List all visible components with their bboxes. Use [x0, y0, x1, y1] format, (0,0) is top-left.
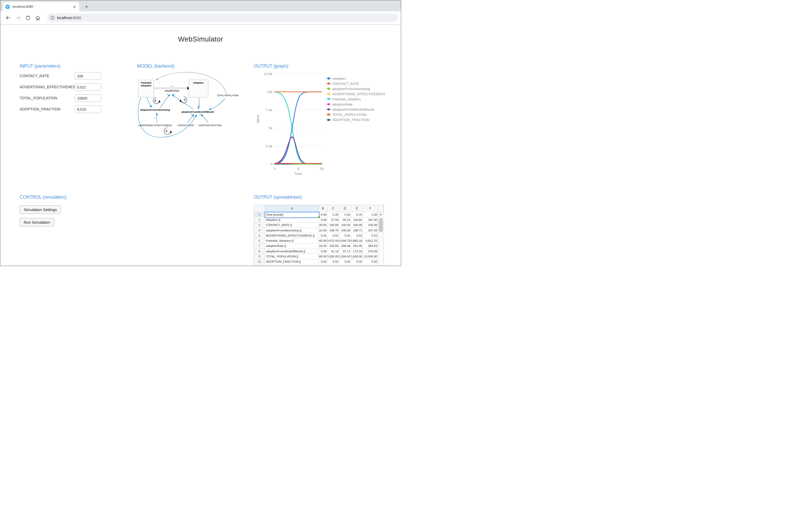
cell-value[interactable]: 0.01 [351, 233, 363, 238]
column-header-A[interactable]: A [265, 205, 319, 212]
back-icon[interactable] [3, 13, 13, 22]
cell-value[interactable]: 0.02 [351, 259, 363, 264]
cell-value[interactable]: 173.19 [351, 249, 363, 254]
cell-value[interactable]: 206.46 [339, 244, 351, 249]
cell-value[interactable]: 10,000.00 [339, 254, 351, 259]
cell-value[interactable]: 150.83 [327, 244, 339, 249]
cell-label[interactable]: ADOPTION_FRACTION [] [265, 259, 319, 264]
cell-value[interactable]: 9,934.79 [339, 238, 351, 243]
cell-label[interactable]: ADVERTISING_EFFECTIVENESS [] [265, 233, 319, 238]
row-number[interactable]: 1 [254, 212, 265, 217]
cell-value[interactable]: 10,000.00 [319, 238, 327, 243]
cell-label[interactable]: Potential_Adopters [] [265, 238, 319, 243]
cell-label[interactable]: Adopters [] [265, 217, 319, 222]
cell-label[interactable]: CONTACT_RATE [] [265, 223, 319, 228]
row-number[interactable]: 8 [254, 249, 265, 254]
cell-value[interactable] [363, 264, 378, 266]
cell-value[interactable]: 110.00 [319, 228, 327, 233]
cell-value[interactable]: 0.50 [339, 212, 351, 217]
cell-value[interactable]: 383.63 [363, 244, 378, 249]
cell-value[interactable] [319, 264, 327, 266]
row-number[interactable]: 6 [254, 238, 265, 243]
column-header-E[interactable]: E [351, 205, 363, 212]
cell-label[interactable]: adoptionFromAdvertising [] [265, 228, 319, 233]
cell-label[interactable]: TOTAL_POPULATION [] [265, 254, 319, 259]
cell-value[interactable]: 0.02 [363, 259, 378, 264]
cell-value[interactable]: 100.00 [351, 223, 363, 228]
parameter-input[interactable] [75, 94, 101, 102]
cell-value[interactable] [339, 264, 351, 266]
parameter-input[interactable] [75, 72, 101, 80]
cell-value[interactable]: 0.75 [351, 212, 363, 217]
legend-label[interactable]: Potential_Adopters [332, 97, 361, 101]
cell-value[interactable]: 275.69 [363, 249, 378, 254]
cell-value[interactable] [327, 264, 339, 266]
simulation-settings-button[interactable]: Simulation Settings [20, 205, 61, 214]
cell-label[interactable] [265, 264, 319, 266]
row-number[interactable]: 2 [254, 217, 265, 222]
fill-handle[interactable] [318, 216, 320, 218]
row-number[interactable]: 5 [254, 233, 265, 238]
cell-label[interactable]: Time [month] [265, 212, 319, 217]
cell-value[interactable]: 187.30 [363, 217, 378, 222]
row-number[interactable]: 4 [254, 228, 265, 233]
legend-label[interactable]: adoptionFromAdvertising [332, 87, 370, 91]
legend-label[interactable]: ADVERTISING_EFFECTIVENESS [332, 92, 385, 96]
reload-icon[interactable] [23, 13, 33, 22]
cell-value[interactable] [351, 264, 363, 266]
cell-label[interactable]: adoptionFromWordOfMouth [] [265, 249, 319, 254]
cell-value[interactable]: 0.25 [327, 212, 339, 217]
address-bar[interactable]: localhost:8080 [47, 14, 398, 22]
column-header-B[interactable]: B [319, 205, 327, 212]
cell-value[interactable]: 65.21 [339, 217, 351, 222]
cell-value[interactable]: 97.17 [339, 249, 351, 254]
cell-value[interactable]: 10,000.00 [319, 254, 327, 259]
cell-value[interactable]: 100.00 [319, 223, 327, 228]
cell-value[interactable]: 41.14 [327, 249, 339, 254]
cell-value[interactable]: 108.71 [351, 228, 363, 233]
cell-value[interactable]: 27.50 [327, 217, 339, 222]
cell-value[interactable]: 109.28 [339, 228, 351, 233]
cell-value[interactable]: 0.01 [319, 233, 327, 238]
cell-value[interactable]: 110.00 [319, 244, 327, 249]
cell-value[interactable]: 109.70 [327, 228, 339, 233]
cell-value[interactable]: 100.00 [327, 223, 339, 228]
column-header-F[interactable]: F [363, 205, 378, 212]
cell-value[interactable]: 9,883.18 [351, 238, 363, 243]
run-simulation-button[interactable]: Run Simulation [20, 218, 54, 227]
legend-label[interactable]: CONTACT_RATE [332, 82, 359, 86]
new-tab-icon[interactable] [83, 3, 90, 10]
parameter-input[interactable] [75, 106, 101, 113]
cell-value[interactable]: 1.00 [363, 212, 378, 217]
cell-value[interactable]: 0.02 [319, 259, 327, 264]
legend-label[interactable]: adoptionFromWordOfMouth [332, 108, 374, 112]
cell-value[interactable]: 0.01 [363, 233, 378, 238]
site-info-icon[interactable] [50, 16, 54, 20]
cell-value[interactable]: 0.01 [339, 233, 351, 238]
column-header-C[interactable]: C [327, 205, 339, 212]
cell-value[interactable]: 10,000.00 [327, 254, 339, 259]
browser-tab[interactable]: localhost:8080 [3, 2, 79, 11]
row-number[interactable]: 10 [254, 259, 265, 264]
legend-label[interactable]: adoptionRate [332, 102, 352, 106]
parameter-input[interactable] [75, 83, 101, 91]
legend-label[interactable]: Adopters [332, 77, 346, 80]
row-number[interactable]: 11 [254, 264, 265, 266]
cell-value[interactable]: 281.90 [351, 244, 363, 249]
cell-value[interactable]: 9,972.50 [327, 238, 339, 243]
cell-value[interactable]: 100.00 [339, 223, 351, 228]
cell-value[interactable]: 10,000.00 [351, 254, 363, 259]
row-number[interactable]: 9 [254, 254, 265, 259]
cell-value[interactable]: 0.00 [319, 249, 327, 254]
cell-value[interactable]: 0.02 [339, 259, 351, 264]
cell-value[interactable]: 9,812.70 [363, 238, 378, 243]
tab-close-icon[interactable] [72, 4, 77, 9]
cell-value[interactable]: 0.01 [327, 233, 339, 238]
cell-value[interactable]: 0.02 [327, 259, 339, 264]
scrollbar-thumb[interactable] [379, 218, 383, 232]
cell-value[interactable]: 100.00 [363, 223, 378, 228]
legend-label[interactable]: ADOPTION_FRACTION [332, 118, 369, 122]
scroll-up-icon[interactable] [380, 213, 382, 215]
legend-label[interactable]: TOTAL_POPULATION [332, 113, 366, 117]
cell-value[interactable]: 107.94 [363, 228, 378, 233]
